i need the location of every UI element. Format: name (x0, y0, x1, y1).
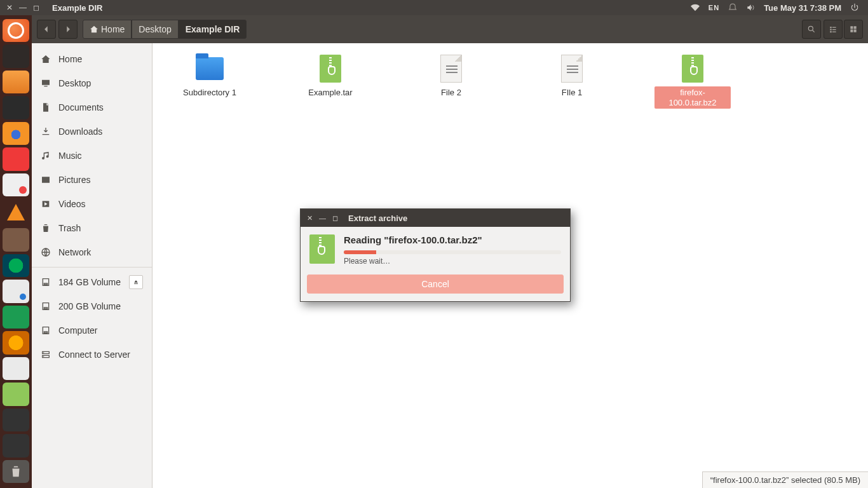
sidebar-item-videos[interactable]: Videos (32, 192, 152, 216)
file-manager-toolbar: Home Desktop Example DIR (32, 15, 868, 43)
pictures-icon (41, 175, 51, 185)
breadcrumb-home[interactable]: Home (83, 20, 132, 39)
sidebar-item-label: Desktop (58, 78, 91, 88)
sidebar-item-trash[interactable]: Trash (32, 216, 152, 240)
file-label: File 2 (438, 86, 464, 99)
launcher-app-3[interactable] (3, 306, 29, 329)
music-icon (41, 151, 51, 161)
desktop-icon (41, 78, 51, 88)
dialog-close-icon[interactable]: ✕ (307, 214, 313, 222)
dialog-title: Extract archive (348, 214, 407, 223)
launcher-firefox[interactable] (3, 122, 29, 145)
breadcrumb-current[interactable]: Example DIR (179, 20, 247, 39)
sidebar-item-label: Network (58, 247, 91, 257)
dialog-heading: Reading "firefox-100.0.tar.bz2" (344, 234, 561, 245)
sidebar-item-computer[interactable]: Computer (32, 318, 152, 342)
eject-button[interactable] (129, 275, 143, 289)
extract-dialog: ✕ — ◻ Extract archive Reading "firefox-1… (300, 208, 571, 302)
notification-icon[interactable] (728, 3, 737, 12)
launcher-vivaldi[interactable] (3, 147, 29, 170)
sidebar-item-connect-to-server[interactable]: Connect to Server (32, 342, 152, 367)
progress-bar (344, 250, 561, 254)
file-item[interactable]: Example.tar (299, 55, 362, 109)
file-item[interactable]: firefox-100.0.tar.bz2 (661, 55, 724, 109)
file-label: Example.tar (306, 86, 355, 99)
file-item[interactable]: Subdirectory 1 (178, 55, 241, 109)
launcher-dash[interactable] (3, 19, 29, 42)
launcher-app-6[interactable] (3, 409, 29, 431)
window-maximize-icon[interactable]: ◻ (33, 3, 39, 12)
sidebar-item-desktop[interactable]: Desktop (32, 71, 152, 95)
keyboard-lang[interactable]: EN (709, 4, 719, 11)
sidebar-item-label: Pictures (58, 175, 91, 185)
launcher-terminal[interactable] (3, 96, 29, 119)
launcher-trash[interactable] (3, 460, 29, 483)
sidebar-item-network[interactable]: Network (32, 240, 152, 264)
sidebar-item-label: Documents (58, 102, 104, 112)
sidebar-item-documents[interactable]: Documents (32, 95, 152, 119)
sidebar-item-label: Music (58, 151, 82, 161)
sidebar-item-music[interactable]: Music (32, 144, 152, 168)
svg-point-0 (808, 26, 813, 30)
breadcrumb-desktop[interactable]: Desktop (132, 20, 178, 39)
nav-back-button[interactable] (37, 20, 56, 39)
power-icon[interactable] (850, 3, 859, 12)
launcher-app-4[interactable] (3, 331, 29, 354)
file-item[interactable]: FIle 1 (540, 55, 604, 109)
trash-icon (41, 223, 51, 233)
svg-point-2 (43, 352, 44, 353)
window-minimize-icon[interactable]: — (19, 3, 27, 12)
dialog-note: Please wait… (344, 257, 561, 266)
sidebar-item-184-gb-volume[interactable]: 184 GB Volume (32, 270, 152, 294)
archive-icon (679, 55, 707, 83)
dialog-maximize-icon[interactable]: ◻ (332, 214, 338, 222)
view-list-button[interactable] (824, 20, 843, 39)
sidebar-item-200-gb-volume[interactable]: 200 GB Volume (32, 294, 152, 318)
file-label: FIle 1 (559, 86, 585, 99)
launcher-files[interactable] (3, 71, 29, 93)
sidebar-item-label: Videos (58, 199, 86, 209)
dialog-minimize-icon[interactable]: — (319, 214, 326, 222)
sidebar-item-downloads[interactable]: Downloads (32, 119, 152, 144)
launcher-app-1[interactable] (3, 44, 29, 67)
launcher-app-7[interactable] (3, 434, 29, 457)
sidebar-item-home[interactable]: Home (32, 47, 152, 71)
launcher-app-2[interactable] (3, 228, 29, 251)
dialog-titlebar[interactable]: ✕ — ◻ Extract archive (301, 209, 570, 227)
wifi-icon[interactable] (691, 3, 700, 12)
sidebar-item-pictures[interactable]: Pictures (32, 168, 152, 192)
file-item[interactable]: File 2 (419, 55, 483, 109)
breadcrumb-label: Example DIR (186, 24, 240, 34)
doc-icon (41, 102, 51, 112)
sidebar-item-label: Computer (58, 325, 97, 336)
breadcrumb-label: Desktop (139, 24, 171, 34)
archive-icon (316, 55, 344, 83)
launcher-vlc[interactable] (3, 199, 29, 226)
status-text: “firefox-100.0.tar.bz2” selected (80.5 M… (710, 475, 860, 485)
sidebar-item-label: Connect to Server (58, 349, 130, 360)
launcher-archive-manager[interactable] (3, 383, 29, 405)
home-icon (41, 54, 51, 64)
datetime[interactable]: Tue May 31 7:38 PM (764, 3, 841, 13)
disk-icon (41, 325, 51, 336)
launcher-software[interactable] (3, 280, 29, 302)
breadcrumb: Home Desktop Example DIR (83, 20, 247, 39)
file-label: Subdirectory 1 (180, 86, 239, 99)
launcher-camera[interactable] (3, 254, 29, 277)
volume-icon[interactable] (746, 3, 755, 12)
launcher-app-5[interactable] (3, 357, 29, 380)
search-button[interactable] (802, 20, 821, 39)
view-grid-button[interactable] (844, 20, 863, 39)
window-close-icon[interactable]: ✕ (6, 3, 13, 12)
breadcrumb-label: Home (101, 24, 125, 34)
home-icon (90, 25, 98, 34)
sidebar-item-label: Home (58, 54, 82, 64)
text-icon (558, 55, 586, 83)
launcher-notes[interactable] (3, 173, 29, 196)
text-icon (437, 55, 465, 83)
system-menubar: ✕ — ◻ Example DIR EN Tue May 31 7:38 PM (0, 0, 868, 15)
nav-forward-button[interactable] (58, 20, 78, 39)
sidebar-separator (32, 267, 152, 268)
unity-launcher (0, 15, 32, 488)
cancel-button[interactable]: Cancel (307, 274, 564, 294)
